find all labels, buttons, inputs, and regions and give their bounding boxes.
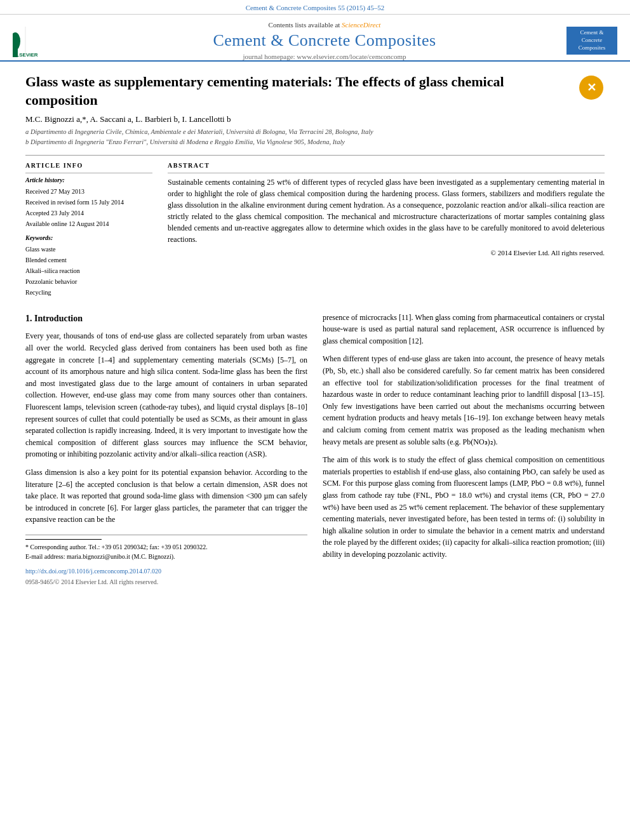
elsevier-logo-image: ELSEVIER: [13, 23, 70, 58]
accepted-date: Accepted 23 July 2014: [25, 208, 152, 218]
right-para2: When different types of end-use glass ar…: [323, 353, 605, 448]
sciencedirect-prefix: Contents lists available at: [269, 21, 342, 29]
abstract-column: ABSTRACT Sustainable cements containing …: [168, 162, 605, 298]
journal-logo-box: Cement & Concrete Composites: [566, 27, 617, 54]
body-columns: 1. Introduction Every year, thousands of…: [25, 312, 605, 587]
journal-title-section: Contents lists available at ScienceDirec…: [83, 21, 566, 60]
content-area: Glass waste as supplementary cementing m…: [0, 62, 630, 600]
right-para1: presence of microcracks [11]. When glass…: [323, 312, 605, 347]
main-body: 1. Introduction Every year, thousands of…: [25, 312, 605, 587]
intro-para1: Every year, thousands of tons of end-use…: [25, 330, 307, 460]
body-left-column: 1. Introduction Every year, thousands of…: [25, 312, 307, 587]
article-title: Glass waste as supplementary cementing m…: [25, 73, 579, 109]
article-info-heading: ARTICLE INFO: [25, 162, 152, 169]
article-info-column: ARTICLE INFO Article history: Received 2…: [25, 162, 152, 298]
intro-section-title: 1. Introduction: [25, 312, 307, 326]
keyword-3: Alkali–silica reaction: [25, 265, 152, 276]
crossmark-section[interactable]: ✕: [579, 76, 605, 100]
abstract-divider: [168, 173, 605, 173]
keyword-5: Recycling: [25, 287, 152, 298]
keyword-2: Blended cement: [25, 255, 152, 265]
logo-line3: Composites: [570, 44, 613, 52]
article-history-label: Article history:: [25, 177, 152, 183]
svg-point-1: [13, 32, 20, 50]
journal-homepage: journal homepage: www.elsevier.com/locat…: [83, 53, 566, 60]
journal-citation-bar: Cement & Concrete Composites 55 (2015) 4…: [0, 0, 630, 15]
affiliations: a Dipartimento di Ingegneria Civile, Chi…: [25, 127, 605, 147]
article-title-section: Glass waste as supplementary cementing m…: [25, 73, 605, 109]
revised-date: Received in revised form 15 July 2014: [25, 197, 152, 208]
available-date: Available online 12 August 2014: [25, 218, 152, 229]
body-right-column: presence of microcracks [11]. When glass…: [323, 312, 605, 587]
journal-citation: Cement & Concrete Composites 55 (2015) 4…: [246, 4, 385, 11]
corresponding-author-note: * Corresponding author. Tel.: +39 051 20…: [25, 542, 307, 552]
email-note: E-mail address: maria.bignozzi@unibo.it …: [25, 552, 307, 561]
footnote-divider: [25, 539, 102, 540]
keywords-label: Keywords:: [25, 234, 152, 241]
doi-link[interactable]: http://dx.doi.org/10.1016/j.cemconcomp.2…: [25, 566, 307, 577]
abstract-text: Sustainable cements containing 25 wt% of…: [168, 177, 605, 245]
authors-text: M.C. Bignozzi a,*, A. Saccani a, L. Barb…: [25, 114, 231, 124]
logo-line1: Cement &: [570, 29, 613, 37]
journal-logo-right: Cement & Concrete Composites: [566, 27, 617, 54]
authors-line: M.C. Bignozzi a,*, A. Saccani a, L. Barb…: [25, 114, 605, 124]
article-info-divider: [25, 173, 152, 173]
sciencedirect-link[interactable]: ScienceDirect: [342, 21, 380, 29]
abstract-heading: ABSTRACT: [168, 162, 605, 169]
sciencedirect-line: Contents lists available at ScienceDirec…: [83, 21, 566, 29]
right-para3: The aim of this work is to study the eff…: [323, 454, 605, 560]
footer-copyright: 0958-9465/© 2014 Elsevier Ltd. All right…: [25, 577, 307, 587]
keyword-4: Pozzolanic behavior: [25, 276, 152, 287]
footnote-section: * Corresponding author. Tel.: +39 051 20…: [25, 535, 307, 561]
keyword-1: Glass waste: [25, 244, 152, 255]
intro-para2: Glass dimension is also a key point for …: [25, 467, 307, 526]
logo-line2: Concrete: [570, 37, 613, 44]
doi-text: http://dx.doi.org/10.1016/j.cemconcomp.2…: [25, 568, 161, 575]
crossmark-icon: ✕: [579, 76, 603, 100]
journal-main-title: Cement & Concrete Composites: [83, 31, 566, 50]
affiliation-b: b Dipartimento di Ingegneria "Enzo Ferra…: [25, 137, 605, 147]
elsevier-logo-section: ELSEVIER: [13, 23, 83, 58]
abstract-copyright: © 2014 Elsevier Ltd. All rights reserved…: [168, 249, 605, 257]
article-info-abstract-section: ARTICLE INFO Article history: Received 2…: [25, 155, 605, 298]
received-date: Received 27 May 2013: [25, 186, 152, 197]
affiliation-a: a Dipartimento di Ingegneria Civile, Chi…: [25, 127, 605, 137]
journal-header: ELSEVIER Contents lists available at Sci…: [0, 15, 630, 62]
